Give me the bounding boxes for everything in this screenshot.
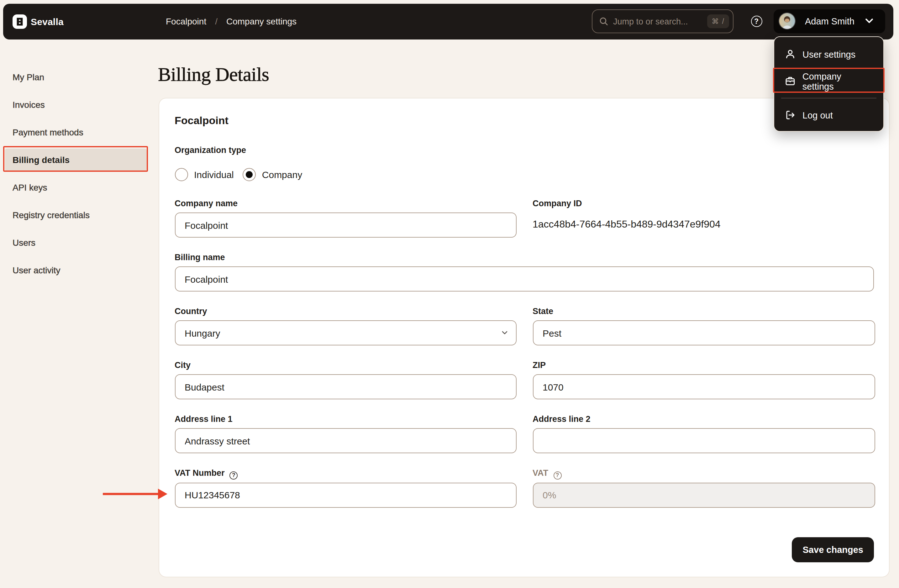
field-vat: VAT?	[533, 468, 875, 508]
annotation-billing-details	[3, 146, 148, 171]
billing-name-input[interactable]	[175, 266, 874, 292]
sidebar-item-user-activity[interactable]: User activity	[0, 256, 154, 284]
sidebar-item-users[interactable]: Users	[0, 229, 154, 256]
user-icon	[785, 49, 796, 60]
company-name-label: Company name	[175, 198, 517, 209]
zip-label: ZIP	[533, 360, 875, 371]
annotation-company-settings	[773, 68, 885, 93]
breadcrumb-app[interactable]: Focalpoint	[166, 17, 206, 27]
save-changes-button[interactable]: Save changes	[792, 537, 874, 562]
annotation-arrow	[100, 485, 170, 503]
menu-item-label: User settings	[802, 49, 856, 59]
sidebar-item-my-plan[interactable]: My Plan	[0, 63, 154, 91]
state-input[interactable]	[533, 320, 875, 346]
breadcrumb: Focalpoint / Company settings	[166, 4, 297, 39]
field-vat-number: VAT Number?	[175, 468, 517, 508]
user-menu-button[interactable]: Adam Smith	[774, 9, 885, 33]
search-icon	[599, 17, 608, 26]
page-title: Billing Details	[158, 62, 269, 87]
brand-name: Sevalla	[31, 16, 63, 27]
country-select[interactable]	[175, 320, 517, 346]
address2-input[interactable]	[533, 428, 875, 453]
state-label: State	[533, 306, 875, 317]
billing-details-card: Focalpoint Organization type Individual …	[159, 98, 890, 577]
search-placeholder: Jump to or search...	[613, 17, 707, 26]
vat-help-icon[interactable]: ?	[553, 471, 561, 479]
field-billing-name: Billing name	[175, 252, 874, 292]
breadcrumb-page[interactable]: Company settings	[226, 17, 297, 27]
field-address2: Address line 2	[533, 414, 875, 453]
search-input[interactable]: Jump to or search... ⌘ /	[592, 9, 734, 33]
menu-item-user-settings[interactable]: User settings	[774, 41, 884, 68]
avatar	[779, 14, 795, 29]
top-bar: Sevalla Focalpoint / Company settings Ju…	[3, 4, 893, 39]
org-type-options: Individual Company	[175, 167, 874, 182]
chevron-down-icon	[865, 19, 873, 24]
billing-name-label: Billing name	[175, 252, 874, 263]
address2-label: Address line 2	[533, 414, 875, 425]
page: Sevalla Focalpoint / Company settings Ju…	[0, 0, 899, 588]
help-icon[interactable]: ?	[751, 15, 762, 27]
vat-number-label: VAT Number?	[175, 468, 517, 479]
vat-input	[533, 482, 875, 508]
select-chevron-icon	[502, 330, 508, 336]
country-label: Country	[175, 306, 517, 317]
field-company-id: Company ID 1acc48b4-7664-4b55-b489-9d434…	[533, 198, 875, 238]
radio-individual-circle[interactable]	[175, 168, 188, 181]
vat-label: VAT?	[533, 468, 875, 479]
company-id-label: Company ID	[533, 198, 875, 209]
field-state: State	[533, 306, 875, 346]
field-address1: Address line 1	[175, 414, 517, 453]
org-type-label: Organization type	[175, 145, 874, 156]
company-name-input[interactable]	[175, 213, 517, 238]
menu-item-log-out[interactable]: Log out	[774, 102, 884, 128]
sidebar-item-api-keys[interactable]: API keys	[0, 174, 154, 201]
field-country: Country	[175, 306, 517, 346]
field-city: City	[175, 360, 517, 399]
vat-number-input[interactable]	[175, 482, 517, 508]
radio-company-circle[interactable]	[243, 168, 256, 181]
menu-divider	[781, 98, 876, 99]
address1-label: Address line 1	[175, 414, 517, 425]
sidebar-item-invoices[interactable]: Invoices	[0, 91, 154, 119]
company-id-value: 1acc48b4-7664-4b55-b489-9d4347e9f904	[533, 219, 875, 230]
vat-number-help-icon[interactable]: ?	[230, 471, 238, 479]
city-input[interactable]	[175, 374, 517, 399]
sidebar-item-payment-methods[interactable]: Payment methods	[0, 119, 154, 146]
search-shortcut: ⌘ /	[707, 14, 729, 28]
sidebar: My Plan Invoices Payment methods Billing…	[0, 63, 154, 284]
breadcrumb-separator: /	[215, 17, 218, 27]
field-zip: ZIP	[533, 360, 875, 399]
card-title: Focalpoint	[175, 115, 874, 127]
menu-item-label: Log out	[802, 110, 833, 120]
radio-individual[interactable]: Individual	[175, 168, 234, 181]
field-company-name: Company name	[175, 198, 517, 238]
brand[interactable]: Sevalla	[12, 4, 63, 39]
city-label: City	[175, 360, 517, 371]
sidebar-item-registry-credentials[interactable]: Registry credentials	[0, 201, 154, 229]
address1-input[interactable]	[175, 428, 517, 453]
logout-icon	[785, 110, 796, 120]
zip-input[interactable]	[533, 374, 875, 399]
sevalla-logo-icon	[12, 14, 27, 29]
radio-company[interactable]: Company	[243, 168, 302, 181]
user-name: Adam Smith	[805, 16, 855, 26]
